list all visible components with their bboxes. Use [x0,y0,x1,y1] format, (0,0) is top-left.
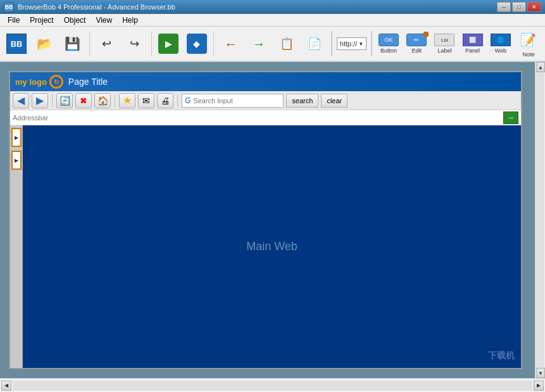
refresh-button[interactable]: 🔄 [56,93,73,108]
search-button[interactable]: search [286,94,318,108]
panel-tool-label: Panel [465,47,480,54]
nav-sep-2 [115,94,115,107]
menu-file[interactable]: File [3,15,25,26]
note-tool-button[interactable]: 📝 Note [516,29,541,58]
save-icon: 💾 [62,34,82,54]
browser-title-bar: my logo ↻ Page Title [10,72,521,91]
http-dropdown-button[interactable]: http:// ▼ [336,29,367,58]
copy2-icon: 📄 [304,34,325,54]
window-controls: ─ □ ✕ [497,2,541,12]
nav-sep-1 [52,94,53,107]
panel-tool-button[interactable]: ⬜ Panel [460,29,485,58]
home-button[interactable]: 🏠 [94,93,111,108]
redo-icon: ↪ [125,34,145,54]
redo-button[interactable]: ↪ [122,29,147,58]
title-bar: BB BrowserBob 4 Professional - Advanced … [0,0,545,14]
print-button[interactable]: 🖨 [157,93,173,108]
go-button[interactable]: → [503,111,518,124]
window-title: BrowserBob 4 Professional - Advanced Bro… [18,3,493,11]
dropdown-arrow-icon: ▼ [358,41,363,47]
bb-logo-icon: BB [6,34,27,54]
label-tool-label: Label [437,47,451,54]
toolbar: BB 📂 💾 ↩ ↪ ▶ ◆ ← → 📋 📄 http:// [0,27,545,62]
search-input[interactable] [193,97,280,104]
minimize-button[interactable]: ─ [497,2,511,12]
watermark: 下载机 [488,350,515,362]
play-button[interactable]: ▶ [156,29,181,58]
arrow-left-red-button[interactable]: ← [218,29,243,58]
copy1-button[interactable]: 📋 [274,29,299,58]
menu-object[interactable]: Object [59,15,91,26]
toolbar-sep-2 [151,31,153,56]
nav-sep-3 [177,94,178,107]
address-input[interactable] [13,111,501,124]
arrow-left-red-icon: ← [220,34,241,54]
main-web-area: Main Web [23,125,521,368]
arrow-right-green-button[interactable]: → [246,29,272,58]
sidebar-toggle-1[interactable]: ▶ [11,128,22,147]
open-icon: 📂 [34,34,54,54]
maximize-button[interactable]: □ [512,2,526,12]
menu-help[interactable]: Help [117,15,143,26]
web-tool-button[interactable]: 🌐 Web [488,29,513,58]
toolbar-sep-3 [213,31,215,56]
menu-view[interactable]: View [91,15,117,26]
edit-tool-icon: ✏ [406,34,427,46]
scroll-up-button[interactable]: ▲ [536,62,545,72]
scroll-right-button[interactable]: ▶ [534,381,544,391]
button-tool-button[interactable]: OK Button [376,29,401,58]
object-icon: ◆ [187,34,207,54]
favorites-button[interactable]: ★ [119,93,135,108]
edit-tool-button[interactable]: ✏ Edit [404,29,429,58]
panel-tool-icon: ⬜ [463,34,483,46]
sidebar-panel: ▶ ▶ [10,125,23,368]
horizontal-scrollbar: ◀ ▶ [0,378,545,392]
page-title: Page Title [68,77,108,87]
browser-logo: my logo ↻ [15,75,63,89]
toolbar-sep-5 [371,31,372,56]
toolbar-sep-4 [331,31,332,56]
mail-button[interactable]: ✉ [138,93,154,108]
main-web-label: Main Web [246,240,298,253]
button-tool-label: Button [380,47,397,54]
label-tool-button[interactable]: Lbl Label [432,29,457,58]
toolbar-sep-1 [89,31,91,56]
note-tool-icon: 📝 [518,30,539,50]
web-tool-icon: 🌐 [491,34,511,46]
address-bar: → [10,110,521,125]
scroll-down-button[interactable]: ▼ [536,368,545,378]
object-button[interactable]: ◆ [184,29,210,58]
http-dropdown[interactable]: http:// ▼ [337,37,366,50]
scroll-left-button[interactable]: ◀ [1,381,11,391]
copy1-icon: 📋 [277,34,297,54]
label-tool-icon: Lbl [434,34,454,46]
app-icon: BB [4,2,14,12]
menu-bar: File Project Object View Help [0,14,545,27]
scroll-track-horizontal[interactable] [13,381,532,391]
browser-nav-bar: ◀ ▶ 🔄 ✖ 🏠 ★ ✉ 🖨 G search clear [10,91,521,110]
close-button[interactable]: ✕ [527,2,541,12]
undo-icon: ↩ [96,34,116,54]
forward-button[interactable]: ▶ [32,93,48,108]
search-g-icon: G [185,96,191,105]
back-button[interactable]: ◀ [13,93,29,108]
logo-text: my logo [15,77,47,87]
undo-button[interactable]: ↩ [94,29,119,58]
button-tool-icon: OK [379,34,399,46]
save-button[interactable]: 💾 [60,29,85,58]
menu-project[interactable]: Project [25,15,58,26]
bb-logo-button[interactable]: BB [4,29,29,58]
copy2-button[interactable]: 📄 [302,29,327,58]
arrow-right-green-icon: → [249,34,269,54]
open-button[interactable]: 📂 [32,29,57,58]
web-tool-label: Web [495,47,506,54]
clear-button[interactable]: clear [321,94,348,108]
note-tool-label: Note [522,51,534,58]
browser-content: ▶ ▶ Main Web 下载机 [10,125,521,368]
sidebar-toggle-2[interactable]: ▶ [11,151,22,170]
stop-button[interactable]: ✖ [75,93,92,108]
edit-tool-label: Edit [412,47,422,54]
play-icon: ▶ [158,34,179,54]
browser-window: my logo ↻ Page Title ◀ ▶ 🔄 ✖ 🏠 ★ ✉ 🖨 [9,71,522,369]
scroll-track-vertical[interactable] [536,72,544,368]
